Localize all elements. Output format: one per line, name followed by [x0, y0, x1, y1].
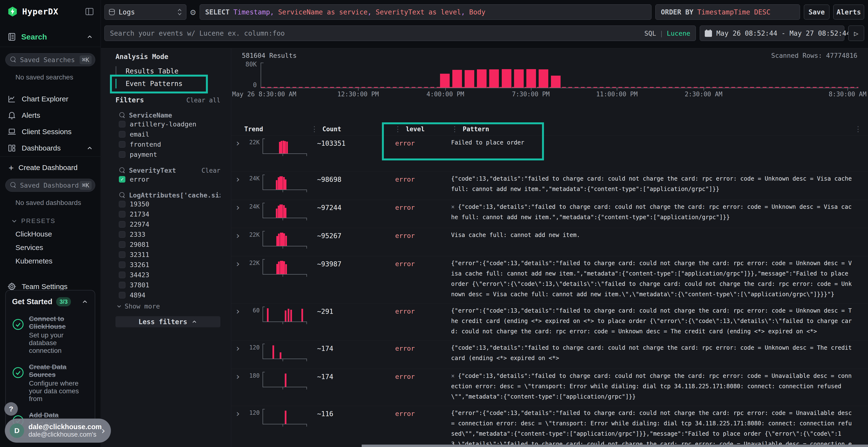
alerts-button[interactable]: Alerts — [833, 5, 864, 20]
column-header-count[interactable]: ⋮Count — [311, 126, 393, 133]
table-row[interactable]: › 180 ~174 error ×{"code":13,"details":"… — [231, 369, 868, 406]
histogram-bar[interactable] — [514, 69, 524, 88]
pattern-text[interactable]: ×Failed to place order — [451, 138, 853, 148]
get-started-step[interactable]: Connect to ClickHouse Set up your databa… — [12, 315, 89, 354]
filter-option-22974[interactable]: 22974 — [119, 219, 220, 229]
nav-search[interactable]: Search — [0, 32, 100, 47]
filter-option-4894[interactable]: 4894 — [119, 290, 220, 300]
row-expand-chevron-icon[interactable]: › — [234, 372, 243, 381]
event-search-input[interactable]: SQL | Lucene — [104, 26, 696, 41]
table-row[interactable]: › 120 ~116 error ×{"error":{"code":13,"d… — [231, 406, 868, 447]
preset-services[interactable]: Services — [16, 243, 100, 252]
analysis-option-results-table[interactable]: Results Table — [116, 65, 220, 77]
histogram-bar[interactable] — [465, 70, 474, 88]
row-expand-chevron-icon[interactable]: › — [234, 175, 243, 184]
table-row[interactable]: › 22K ~103351 error ×Failed to place ord… — [231, 135, 868, 171]
user-menu[interactable]: D dale@clickhouse.com dale@clickhouse.co… — [5, 419, 111, 443]
chevron-up-icon[interactable] — [86, 33, 93, 40]
show-more-link[interactable]: Show more — [116, 303, 220, 310]
filter-option-2333[interactable]: 2333 — [119, 229, 220, 239]
results-histogram[interactable]: 80K 0 May 26 8:30:00 AM12:30:00 PM4:00:0… — [242, 63, 858, 98]
table-row[interactable]: › 24K ~97244 error ×{"code":13,"details"… — [231, 200, 868, 228]
checkbox-icon[interactable] — [119, 131, 125, 138]
checkbox-icon[interactable] — [119, 201, 125, 207]
row-expand-chevron-icon[interactable]: › — [234, 203, 243, 212]
less-filters-button[interactable]: Less filters — [116, 316, 220, 327]
saved-searches-input[interactable]: ⌘K — [5, 53, 95, 66]
column-header-pattern[interactable]: ⋮Pattern — [451, 126, 853, 133]
preset-clickhouse[interactable]: ClickHouse — [16, 230, 100, 238]
checkbox-icon[interactable] — [119, 151, 125, 158]
order-by-input[interactable]: ORDER BY TimestampTime DESC — [655, 4, 800, 20]
horizontal-scrollbar[interactable] — [362, 445, 868, 447]
filter-option-21734[interactable]: 21734 — [119, 209, 220, 219]
preset-kubernetes[interactable]: Kubernetes — [16, 257, 100, 265]
checkbox-icon[interactable] — [119, 231, 125, 238]
filter-option-payment[interactable]: payment — [119, 149, 220, 160]
row-expand-chevron-icon[interactable]: › — [234, 259, 243, 268]
table-row[interactable]: › 22K ~95267 error ×Visa cache full: can… — [231, 228, 868, 256]
histogram-bar[interactable] — [526, 69, 536, 88]
histogram-bar[interactable] — [440, 74, 450, 88]
pattern-text[interactable]: ×{"error":{"code":13,"details":"failed t… — [451, 408, 853, 447]
filter-option-37801[interactable]: 37801 — [119, 280, 220, 290]
drag-handle-icon[interactable]: ⋮ — [394, 126, 401, 133]
pattern-text[interactable]: ×{"code":13,"details":"failed to charge … — [451, 174, 853, 194]
dismiss-x-icon[interactable]: × — [451, 204, 455, 210]
select-query-input[interactable]: SELECT Timestamp, ServiceName as service… — [199, 4, 651, 20]
histogram-bar[interactable] — [551, 76, 561, 88]
filter-option-frontend[interactable]: frontend — [119, 139, 220, 149]
histogram-bar[interactable] — [477, 69, 487, 88]
filter-option-artillery-loadgen[interactable]: artillery-loadgen — [119, 119, 220, 129]
sidebar-item-chart-explorer[interactable]: Chart Explorer — [0, 91, 100, 107]
help-button[interactable]: ? — [4, 402, 18, 416]
checkbox-icon[interactable] — [119, 211, 125, 217]
row-expand-chevron-icon[interactable]: › — [234, 344, 243, 353]
drag-handle-icon[interactable]: ⋮ — [451, 126, 458, 133]
lang-lucene-toggle[interactable]: Lucene — [667, 30, 690, 37]
row-expand-chevron-icon[interactable]: › — [234, 307, 243, 316]
checkbox-icon[interactable] — [119, 241, 125, 248]
checkbox-icon[interactable] — [119, 272, 125, 278]
filter-group-clear-link[interactable]: Clear — [202, 167, 220, 174]
event-search-field[interactable] — [110, 29, 644, 37]
row-expand-chevron-icon[interactable]: › — [234, 409, 243, 418]
histogram-bar[interactable] — [539, 69, 548, 88]
clear-all-filters-link[interactable]: Clear all — [186, 97, 220, 104]
analysis-option-event-patterns[interactable]: Event Patterns — [116, 77, 220, 90]
pattern-text[interactable]: ×{"code":13,"details":"failed to charge … — [451, 371, 853, 402]
get-started-step[interactable]: Create Data Sources Configure where your… — [12, 363, 89, 403]
histogram-bar[interactable] — [502, 69, 512, 88]
saved-dashboards-input[interactable]: ⌘K — [5, 179, 95, 192]
presets-toggle[interactable]: PRESETS — [10, 217, 100, 225]
source-select[interactable]: Logs — [104, 4, 186, 20]
checkbox-icon[interactable] — [119, 262, 125, 268]
saved-dashboards-field[interactable] — [20, 182, 80, 189]
filter-option-33261[interactable]: 33261 — [119, 260, 220, 270]
table-row[interactable]: › 120 ~174 error ×{"code":13,"details":"… — [231, 341, 868, 369]
checkbox-icon[interactable] — [119, 251, 125, 258]
filter-option-32311[interactable]: 32311 — [119, 249, 220, 260]
pattern-text[interactable]: ×{"code":13,"details":"failed to charge … — [451, 202, 853, 222]
filter-option-email[interactable]: email — [119, 129, 220, 139]
filter-option-34423[interactable]: 34423 — [119, 270, 220, 280]
filter-option-29081[interactable]: 29081 — [119, 239, 220, 249]
filter-option-19350[interactable]: 19350 — [119, 199, 220, 209]
pattern-text[interactable]: ×{"error":{"code":13,"details":"failed t… — [451, 258, 853, 300]
column-menu-icon[interactable]: ⋮ — [855, 126, 865, 133]
table-row[interactable]: › 24K ~98698 error ×{"code":13,"details"… — [231, 171, 868, 200]
row-expand-chevron-icon[interactable]: › — [234, 138, 243, 148]
lang-sql-toggle[interactable]: SQL — [644, 30, 656, 37]
pattern-text[interactable]: ×Visa cache full: cannot add new item. — [451, 230, 853, 240]
checkbox-icon[interactable] — [119, 121, 125, 128]
create-dashboard-button[interactable]: + Create Dashboard — [9, 163, 100, 172]
checkbox-checked-icon[interactable]: ✓ — [119, 176, 125, 182]
pattern-text[interactable]: ×{"error":{"code":13,"details":"failed t… — [451, 306, 853, 337]
dismiss-x-icon[interactable]: × — [451, 373, 455, 379]
column-header-level[interactable]: ⋮level — [394, 126, 450, 133]
checkbox-icon[interactable] — [119, 141, 125, 148]
source-settings-gear-icon[interactable]: ⚙ — [190, 7, 196, 16]
checkbox-icon[interactable] — [119, 221, 125, 228]
table-row[interactable]: › 60 ~291 error ×{"error":{"code":13,"de… — [231, 304, 868, 341]
save-button[interactable]: Save — [804, 5, 830, 20]
